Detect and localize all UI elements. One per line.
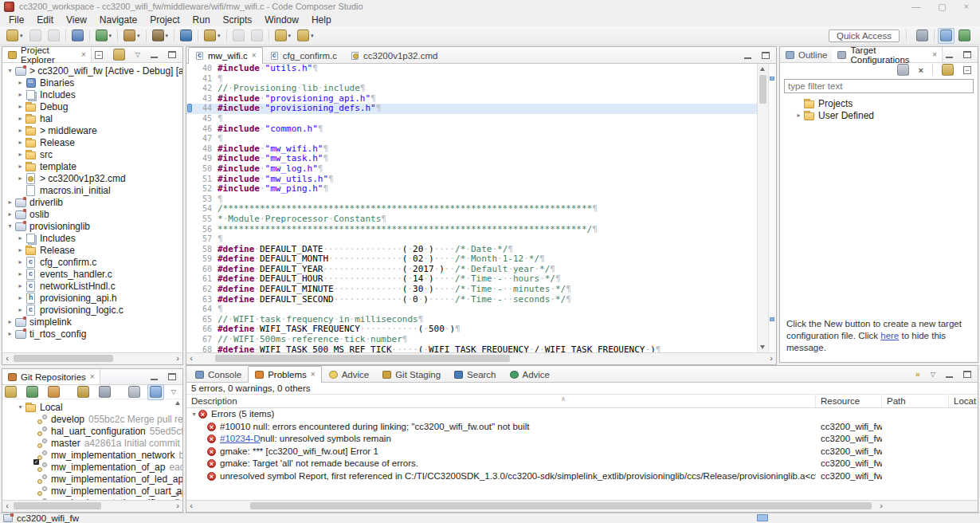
tree-item[interactable]: ▸ src — [2, 148, 182, 160]
code-line[interactable]: 44 #include·"provisioning_defs.h"¶ — [186, 104, 757, 114]
editor-tab-mw-wifi-c[interactable]: mw_wifi.c × — [188, 47, 263, 64]
scroll-left-icon[interactable]: ‹ — [2, 353, 12, 364]
scroll-right-icon[interactable]: › — [766, 353, 776, 364]
minimize-icon[interactable] — [148, 369, 160, 385]
tree-item[interactable]: ▸ driverlib — [2, 196, 182, 208]
menu-help[interactable]: Help — [305, 14, 338, 26]
tree-item[interactable]: ▸ simplelink — [2, 316, 182, 328]
bottom-tab-git-staging[interactable]: Git Staging — [375, 367, 447, 382]
tree-item[interactable]: ▸ > middleware — [2, 124, 182, 136]
code-line[interactable]: 68 #define·WIFI_TASK_500_MS_REF_TICK····… — [186, 345, 757, 352]
code-line[interactable]: 45 ¶ — [186, 114, 757, 124]
code-line[interactable]: 40 #include·"utils.h"¶ — [186, 64, 757, 74]
tree-item[interactable]: ▸ Binaries — [2, 77, 182, 88]
code-line[interactable]: 67 //·WIFI·500ms·reference·tick·number¶ — [186, 335, 757, 345]
collapsed-arrow-icon[interactable]: ▸ — [16, 258, 25, 265]
maximize-icon[interactable] — [166, 369, 178, 385]
tree-item[interactable]: ▸ Debug — [2, 100, 182, 112]
tree-item[interactable]: ▸ Release — [2, 136, 182, 148]
quick-access-button[interactable]: Quick Access — [829, 29, 900, 42]
filter-icon[interactable]: » — [913, 366, 923, 382]
bottom-tab-console[interactable]: Console — [188, 367, 248, 382]
code-line[interactable]: 63 #define·DEFAULT_SECOND·············(·… — [186, 295, 757, 305]
tab-outline[interactable]: Outline — [780, 47, 832, 62]
tree-item[interactable]: ▸ cfg_confirm.c — [2, 256, 182, 268]
build-icon[interactable]: ▾ — [150, 28, 171, 44]
scroll-left-icon[interactable]: ‹ — [2, 501, 12, 511]
tree-item[interactable]: ▾ > cc3200_wifi_fw [Active - Debug] [arc… — [2, 65, 182, 77]
clone-repository-icon[interactable] — [24, 384, 41, 400]
code-line[interactable]: 50 #include·"mw_log.h"¶ — [186, 164, 757, 175]
problem-row[interactable]: unresolved symbol Report, first referenc… — [186, 470, 978, 483]
hierarchical-layout-icon[interactable] — [126, 384, 143, 400]
filter-input[interactable] — [784, 79, 974, 93]
maximize-icon[interactable] — [961, 47, 974, 63]
console-icon[interactable] — [69, 28, 86, 44]
tree-item[interactable]: ▸ ti_rtos_config — [2, 328, 182, 340]
git-branch-item[interactable]: ✓ mw_implementation_of_ap eac540 — [2, 461, 182, 473]
tree-item[interactable]: ▸ events_handler.c — [2, 268, 182, 280]
save-all-icon[interactable] — [45, 28, 62, 44]
collapse-all-icon[interactable]: − — [961, 62, 974, 78]
tree-item[interactable]: ▸ Includes — [2, 88, 182, 100]
column-header-resource[interactable]: Resource — [816, 395, 882, 407]
code-line[interactable]: 59 #define·DEFAULT_MONTH··············(·… — [186, 254, 757, 265]
close-icon[interactable]: × — [252, 52, 257, 60]
scroll-left-icon[interactable]: ‹ — [186, 353, 196, 364]
tab-git-repositories[interactable]: Git Repositories × — [2, 369, 100, 384]
save-icon[interactable] — [27, 28, 44, 44]
close-icon[interactable]: × — [90, 373, 95, 381]
code-line[interactable]: 56 *************************************… — [186, 225, 757, 235]
bottom-tab-problems[interactable]: Problems × — [248, 366, 321, 383]
code-line[interactable]: 47 ¶ — [186, 134, 757, 144]
code-line[interactable]: 58 #define·DEFAULT_DATE···············(·… — [186, 245, 757, 255]
fetch-icon[interactable] — [96, 384, 113, 400]
column-header-description[interactable]: Description — [186, 395, 816, 407]
code-line[interactable]: 46 #include·"common.h"¶ — [186, 124, 757, 135]
tree-item[interactable]: ▸ oslib — [2, 208, 182, 220]
code-line[interactable]: 57 ¶ — [186, 234, 757, 245]
tree-item[interactable]: ▾ provisioninglib — [2, 220, 182, 232]
collapsed-arrow-icon[interactable]: ▸ — [16, 139, 25, 146]
collapsed-arrow-icon[interactable]: ▸ — [16, 127, 25, 134]
close-icon[interactable]: × — [81, 51, 86, 59]
minimize-icon[interactable] — [943, 366, 955, 382]
overview-annotation[interactable] — [770, 317, 774, 321]
expanded-arrow-icon[interactable]: ▾ — [190, 408, 198, 421]
code-line[interactable]: 52 #include·"mw_ping.h"¶ — [186, 184, 757, 195]
git-branch-item[interactable]: mw_implementation_of_led_api 5d — [2, 473, 182, 485]
editor-tab-cc3200v1p32-cmd[interactable]: cc3200v1p32.cmd — [343, 48, 444, 63]
view-menu-icon[interactable]: ▽ — [169, 384, 178, 400]
search-icon[interactable] — [178, 28, 194, 44]
back-icon[interactable]: ▾ — [272, 28, 294, 44]
collapsed-arrow-icon[interactable]: ▸ — [16, 103, 25, 110]
expanded-arrow-icon[interactable]: ▾ — [16, 403, 25, 411]
expanded-arrow-icon[interactable]: ▾ — [6, 67, 14, 74]
column-header-path[interactable]: Path — [882, 395, 949, 407]
code-line[interactable]: 49 #include·"mw_task.h"¶ — [186, 154, 757, 164]
window-maximize-icon[interactable]: ▢ — [938, 2, 946, 12]
collapsed-arrow-icon[interactable]: ▸ — [794, 112, 803, 119]
problem-row[interactable]: gmake: Target 'all' not remade because o… — [186, 458, 978, 470]
code-line[interactable]: 64 ¶ — [186, 305, 757, 315]
menu-scripts[interactable]: Scripts — [217, 14, 259, 26]
tree-item[interactable]: ▸ User Defined — [791, 109, 978, 121]
window-close-icon[interactable]: × — [964, 2, 969, 11]
code-line[interactable]: 65 //·WIFI·task·frequency·in·millisecond… — [186, 315, 757, 325]
scroll-right-icon[interactable]: › — [173, 501, 182, 511]
code-line[interactable]: 66 #define·WIFI_TASK_FREQUENCY··········… — [186, 324, 757, 335]
git-branch-item[interactable]: develop 055bc2c Merge pull reque — [2, 413, 182, 425]
git-local-node[interactable]: ▾ Local — [2, 401, 182, 413]
tree-item[interactable]: ▸ Release — [2, 244, 182, 256]
editor-hscrollbar[interactable]: ‹ › — [186, 352, 776, 364]
hide-message-link[interactable]: here — [880, 331, 899, 340]
scrollbar-thumb[interactable] — [250, 502, 872, 509]
tab-target-configurations[interactable]: Target Configurations × — [832, 47, 943, 62]
editor-tab-cfg-confirm-c[interactable]: cfg_confirm.c — [263, 48, 343, 63]
last-edit-location-icon[interactable] — [230, 28, 247, 44]
collapsed-arrow-icon[interactable]: ▸ — [16, 163, 25, 170]
menu-project[interactable]: Project — [143, 14, 186, 26]
git-branch-item[interactable]: mw_implementation_of_uart_api 71 — [2, 485, 182, 497]
bottom-tab-search[interactable]: Search — [447, 367, 502, 382]
ccs-edit-perspective-icon[interactable] — [938, 28, 955, 44]
